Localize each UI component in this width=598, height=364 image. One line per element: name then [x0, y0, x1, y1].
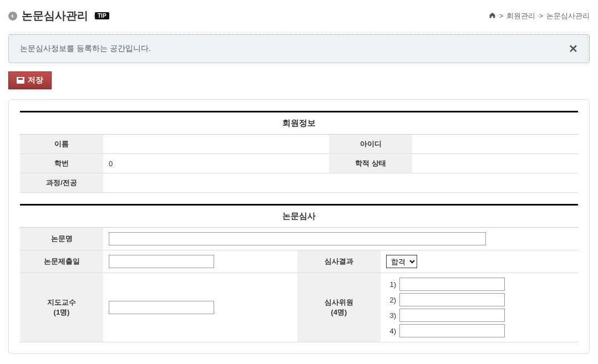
breadcrumb: > 회원관리 > 논문심사관리 [489, 11, 590, 21]
value-studentno: 0 [103, 154, 329, 173]
page-title: 논문심사관리 [22, 8, 88, 23]
advisor-input[interactable] [109, 301, 214, 314]
reviewer2-input[interactable] [399, 293, 505, 306]
label-reviewers: 심사위원 (4명) [297, 273, 381, 342]
home-icon[interactable] [489, 12, 496, 20]
label-studentno: 학번 [20, 154, 103, 173]
label-status: 학적 상태 [329, 154, 412, 173]
label-thesis-title: 논문명 [20, 228, 103, 250]
info-message: 논문심사정보를 등록하는 공간입니다. [20, 44, 151, 54]
cell-thesis-title [103, 228, 578, 250]
info-box: 논문심사정보를 등록하는 공간입니다. ✕ [8, 34, 590, 63]
save-icon [17, 77, 24, 84]
reviewer-num-4: 4) [386, 327, 396, 335]
cell-advisor [103, 273, 297, 342]
cell-submit-date [103, 250, 297, 273]
result-select[interactable]: 합격 [386, 255, 417, 268]
save-button[interactable]: 저장 [8, 71, 52, 89]
breadcrumb-sep: > [499, 12, 504, 20]
title-group: 논문심사관리 TIP [8, 8, 109, 23]
label-submit-date: 논문제출일 [20, 250, 103, 273]
reviewer-num-1: 1) [386, 280, 396, 289]
review-header: 논문심사 [20, 205, 578, 228]
reviewer-row: 3) [386, 309, 572, 322]
value-course [103, 173, 578, 193]
tip-badge[interactable]: TIP [95, 12, 109, 19]
save-button-label: 저장 [28, 75, 43, 85]
value-name [103, 135, 329, 154]
label-course: 과정/전공 [20, 173, 103, 193]
close-icon[interactable]: ✕ [569, 43, 578, 54]
member-info-table: 회원정보 이름 아이디 학번 0 학적 상태 과정/전공 [20, 111, 578, 193]
reviewer-row: 1) [386, 278, 572, 291]
label-advisor: 지도교수 (1명) [20, 273, 103, 342]
reviewer-num-3: 3) [386, 311, 396, 320]
reviewer-row: 2) [386, 293, 572, 306]
reviewer3-input[interactable] [399, 309, 505, 322]
breadcrumb-item[interactable]: 논문심사관리 [546, 11, 590, 21]
breadcrumb-item[interactable]: 회원관리 [506, 11, 535, 21]
reviewer-row: 4) [386, 324, 572, 337]
cell-result: 합격 [381, 250, 578, 273]
content-panel: 회원정보 이름 아이디 학번 0 학적 상태 과정/전공 논문심사 논문명 [8, 99, 590, 354]
chevron-right-icon [8, 12, 17, 20]
label-result: 심사결과 [297, 250, 381, 273]
cell-reviewers: 1) 2) 3) 4) [381, 273, 578, 342]
review-table: 논문심사 논문명 논문제출일 심사결과 합격 지도교수 (1명) [20, 204, 578, 342]
reviewer4-input[interactable] [399, 324, 505, 337]
submit-date-input[interactable] [109, 255, 214, 268]
value-status [412, 154, 578, 173]
page-header: 논문심사관리 TIP > 회원관리 > 논문심사관리 [8, 8, 590, 23]
member-info-header: 회원정보 [20, 112, 578, 135]
value-userid [412, 135, 578, 154]
label-userid: 아이디 [329, 135, 412, 154]
label-name: 이름 [20, 135, 103, 154]
thesis-title-input[interactable] [109, 232, 486, 245]
reviewer-num-2: 2) [386, 296, 396, 304]
breadcrumb-sep: > [539, 12, 543, 20]
reviewer1-input[interactable] [399, 278, 505, 291]
